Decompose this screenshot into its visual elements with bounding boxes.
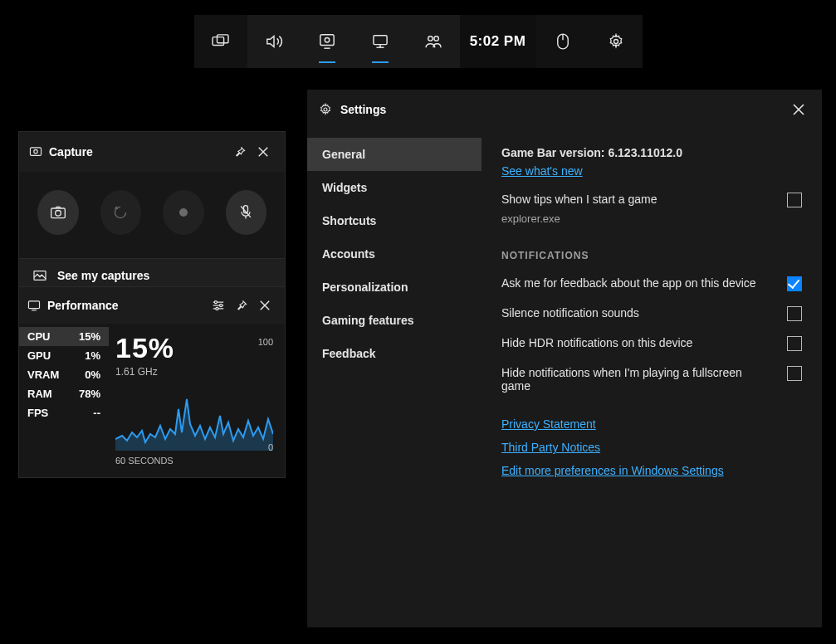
nav-gaming-features[interactable]: Gaming features (307, 304, 482, 337)
svg-point-8 (428, 37, 432, 41)
show-tips-row: Show tips when I start a game (501, 193, 802, 207)
whats-new-link[interactable]: See what's new (501, 164, 583, 178)
silence-checkbox[interactable] (787, 306, 802, 321)
svg-point-29 (214, 301, 217, 304)
svg-point-3 (325, 37, 329, 41)
record-button[interactable] (163, 190, 204, 235)
svg-rect-13 (30, 148, 41, 155)
hide-fullscreen-row: Hide notifications when I'm playing a fu… (501, 366, 802, 393)
edit-prefs-link[interactable]: Edit more preferences in Windows Setting… (501, 464, 802, 477)
performance-widget: Performance CPU15% GPU1% VRAM0% RAM78% F… (18, 286, 286, 478)
sliders-icon (212, 300, 225, 311)
pin-button[interactable] (228, 140, 252, 163)
process-name: explorer.exe (501, 212, 802, 225)
cpu-frequency: 1.61 GHz (115, 366, 273, 378)
audio-button[interactable] (247, 15, 301, 68)
capture-header-icon (29, 145, 42, 159)
people-icon (424, 34, 442, 49)
performance-header: Performance (19, 287, 285, 324)
mic-button[interactable] (226, 190, 267, 235)
capture-toolbar-button[interactable] (301, 15, 354, 68)
gallery-icon (32, 270, 47, 281)
record-last-button[interactable] (100, 190, 142, 235)
svg-point-19 (179, 208, 188, 217)
monitor-icon (372, 34, 389, 49)
performance-title: Performance (47, 299, 207, 312)
pin-icon (234, 146, 246, 158)
nav-personalization[interactable]: Personalization (307, 271, 482, 304)
pin-button[interactable] (230, 294, 253, 317)
camera-icon (50, 205, 66, 220)
feedback-checkbox[interactable] (787, 276, 802, 291)
privacy-link[interactable]: Privacy Statement (501, 417, 802, 431)
svg-rect-2 (320, 35, 333, 46)
stat-gpu[interactable]: GPU1% (19, 346, 109, 365)
hide-hdr-checkbox[interactable] (787, 336, 802, 351)
svg-point-12 (614, 40, 618, 44)
performance-header-icon (27, 300, 41, 311)
svg-point-18 (55, 211, 61, 217)
pin-icon (236, 300, 247, 311)
hide-hdr-label: Hide HDR notifications on this device (501, 336, 692, 349)
settings-header: Settings (307, 90, 822, 129)
dot-icon (178, 207, 188, 217)
nav-widgets[interactable]: Widgets (307, 171, 482, 204)
capture-icon (319, 33, 335, 50)
close-icon (257, 146, 269, 158)
screenshot-button[interactable] (37, 190, 79, 235)
hide-fullscreen-checkbox[interactable] (787, 366, 802, 381)
xbox-social-button[interactable] (407, 15, 460, 68)
silence-label: Silence notification sounds (501, 306, 639, 320)
chart-x-label: 60 SECONDS (115, 456, 273, 466)
mouse-button[interactable] (536, 15, 589, 68)
settings-links: Privacy Statement Third Party Notices Ed… (501, 417, 802, 477)
performance-toolbar-button[interactable] (354, 15, 407, 68)
hide-hdr-row: Hide HDR notifications on this device (501, 336, 802, 351)
cpu-percent-large: 15% (115, 332, 273, 364)
gear-icon (319, 103, 332, 116)
close-button[interactable] (252, 140, 275, 163)
nav-general[interactable]: General (307, 138, 482, 171)
close-button[interactable] (787, 98, 810, 121)
silence-row: Silence notification sounds (501, 306, 802, 321)
third-party-link[interactable]: Third Party Notices (501, 441, 802, 454)
settings-window: Settings General Widgets Shortcuts Accou… (307, 90, 822, 627)
settings-toolbar-button[interactable] (589, 15, 643, 68)
sparkline-chart (115, 384, 273, 451)
svg-point-9 (433, 37, 438, 41)
settings-button[interactable] (207, 294, 230, 317)
svg-point-34 (324, 108, 327, 111)
capture-title: Capture (49, 145, 228, 159)
nav-feedback[interactable]: Feedback (307, 337, 482, 370)
feedback-label: Ask me for feedback about the app on thi… (501, 276, 756, 290)
svg-rect-1 (217, 35, 228, 43)
stat-fps[interactable]: FPS-- (19, 403, 109, 422)
settings-content: Game Bar version: 6.123.11012.0 See what… (482, 129, 822, 627)
close-icon (259, 300, 271, 311)
stat-cpu[interactable]: CPU15% (19, 327, 109, 346)
widgets-icon (212, 34, 230, 49)
widgets-menu-button[interactable] (194, 15, 247, 68)
nav-accounts[interactable]: Accounts (307, 237, 482, 271)
capture-header: Capture (19, 132, 285, 172)
show-tips-checkbox[interactable] (787, 193, 802, 207)
svg-point-30 (220, 304, 222, 306)
capture-widget: Capture (18, 131, 286, 293)
speaker-icon (265, 33, 283, 50)
svg-rect-5 (373, 36, 386, 45)
svg-rect-24 (28, 301, 39, 309)
svg-rect-0 (213, 37, 224, 46)
stat-vram[interactable]: VRAM0% (19, 365, 109, 384)
nav-shortcuts[interactable]: Shortcuts (307, 204, 482, 237)
settings-title: Settings (340, 103, 787, 116)
settings-nav: General Widgets Shortcuts Accounts Perso… (307, 129, 482, 627)
rewind-icon (113, 205, 128, 220)
close-button[interactable] (253, 294, 276, 317)
capture-actions (19, 172, 285, 258)
svg-rect-17 (51, 208, 65, 218)
stat-ram[interactable]: RAM78% (19, 384, 109, 403)
notifications-heading: NOTIFICATIONS (501, 250, 802, 261)
performance-body: CPU15% GPU1% VRAM0% RAM78% FPS-- 100 15%… (19, 324, 285, 477)
gear-icon (608, 33, 624, 50)
mouse-icon (556, 32, 570, 51)
